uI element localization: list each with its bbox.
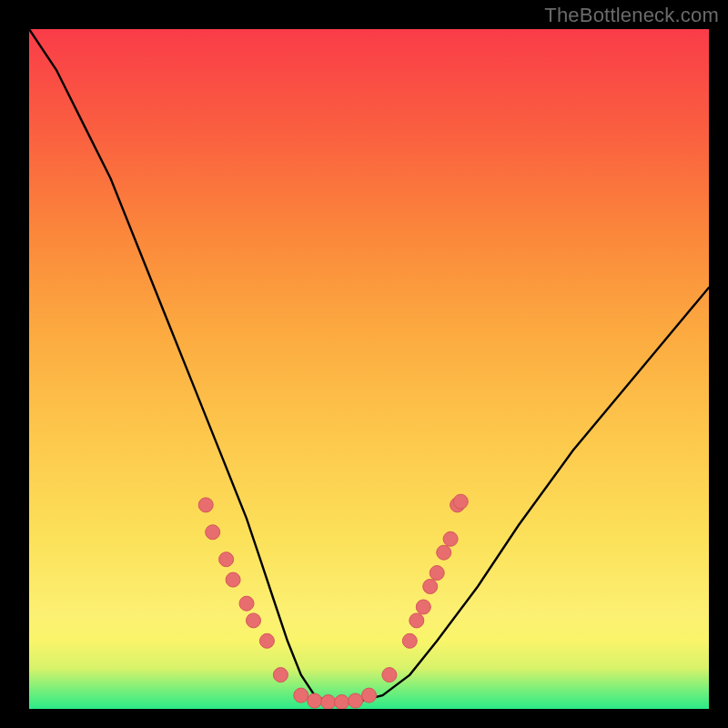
marker-right-cluster [423, 580, 438, 594]
watermark-text: TheBottleneck.com [544, 4, 719, 27]
marker-bottom [321, 695, 336, 710]
bottleneck-curve [29, 29, 709, 703]
marker-right-cluster [416, 600, 430, 614]
plot-area [29, 29, 709, 709]
marker-right-cluster [410, 613, 424, 628]
marker-left-cluster [206, 525, 220, 540]
marker-right-cluster [453, 494, 468, 509]
marker-right-cluster [437, 545, 451, 560]
marker-left-cluster [219, 552, 234, 567]
marker-left-cluster [239, 596, 254, 611]
marker-left-cluster [198, 498, 213, 512]
marker-left-cluster [247, 613, 261, 628]
curve-svg [29, 29, 709, 709]
marker-bottom [349, 693, 363, 708]
marker-bottom [362, 688, 377, 703]
marker-bottom [335, 695, 349, 710]
marker-left-cluster [226, 572, 240, 587]
marker-left-cluster [259, 633, 274, 648]
curve-markers [198, 494, 468, 709]
marker-right-cluster [443, 531, 458, 546]
marker-right-cluster [402, 633, 417, 648]
marker-bottom [294, 688, 308, 703]
marker-right-cluster [382, 668, 397, 682]
chart-stage: TheBottleneck.com [0, 0, 728, 728]
marker-right-cluster [430, 566, 444, 581]
marker-bottom [308, 693, 322, 708]
marker-left-cluster [273, 668, 288, 682]
